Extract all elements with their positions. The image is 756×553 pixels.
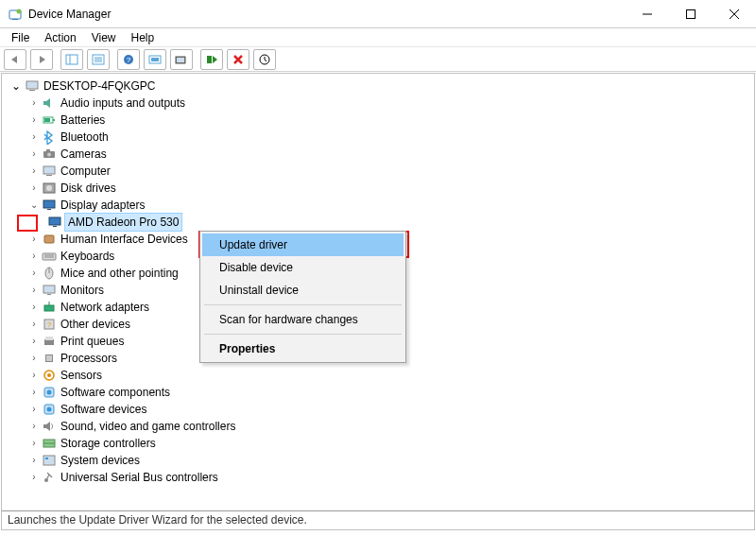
expand-arrow-icon[interactable]: › — [28, 180, 40, 197]
back-button[interactable] — [4, 49, 26, 70]
expand-arrow-icon[interactable]: › — [28, 299, 40, 316]
close-button[interactable] — [713, 0, 756, 27]
context-menu-item[interactable]: Uninstall device — [202, 279, 404, 302]
menu-help[interactable]: Help — [124, 29, 163, 46]
expand-arrow-icon[interactable]: › — [28, 282, 40, 299]
svg-point-54 — [47, 373, 51, 377]
properties-button[interactable] — [87, 49, 110, 70]
scan-button[interactable] — [144, 49, 166, 70]
tree-node[interactable]: ›Software components — [11, 384, 754, 401]
help-button[interactable]: ? — [117, 49, 140, 70]
tree-root-label: DESKTOP-4FQKGPC — [43, 78, 155, 95]
expand-arrow-icon[interactable]: › — [28, 350, 40, 367]
window-title: Device Manager — [28, 8, 626, 21]
computer-icon — [25, 78, 40, 94]
expand-arrow-icon[interactable]: › — [28, 435, 40, 452]
display-icon — [42, 198, 57, 213]
collapse-arrow-icon[interactable]: ⌄ — [28, 197, 40, 214]
cpu-icon — [42, 351, 57, 366]
expand-arrow-icon[interactable]: › — [28, 384, 40, 401]
expand-arrow-icon[interactable]: › — [28, 452, 40, 469]
update-button[interactable] — [170, 49, 193, 70]
expand-arrow-icon[interactable]: › — [28, 401, 40, 418]
svg-point-2 — [17, 9, 22, 13]
tree-node-label: Network adapters — [59, 299, 151, 316]
expand-arrow-icon[interactable]: › — [28, 112, 40, 129]
expand-arrow-icon[interactable]: › — [28, 469, 40, 486]
svg-rect-35 — [49, 217, 60, 225]
tree-root[interactable]: ⌄ DESKTOP-4FQKGPC — [11, 78, 754, 95]
device-tree-panel: ⌄ DESKTOP-4FQKGPC ›Audio inputs and outp… — [1, 73, 755, 530]
svg-rect-50 — [45, 337, 53, 340]
enable-button[interactable] — [200, 49, 223, 70]
tree-node[interactable]: ›System devices — [11, 452, 754, 469]
tree-node[interactable]: ›Sensors — [11, 367, 754, 384]
expand-arrow-icon[interactable]: › — [28, 95, 40, 112]
tree-node[interactable]: ›Batteries — [11, 112, 754, 129]
forward-button[interactable] — [30, 49, 53, 70]
hid-icon — [42, 232, 57, 247]
menu-separator — [204, 334, 402, 335]
tree-node[interactable]: ›Computer — [11, 163, 754, 180]
display-icon — [47, 215, 62, 230]
tree-node[interactable]: ›Disk drives — [11, 180, 754, 197]
tree-node[interactable]: AMD Radeon Pro 530 — [11, 214, 754, 231]
expand-arrow-icon[interactable]: › — [28, 163, 40, 180]
tree-node[interactable]: ›Software devices — [11, 401, 754, 418]
svg-rect-18 — [177, 58, 184, 62]
menu-view[interactable]: View — [84, 29, 124, 46]
expand-arrow-icon[interactable]: › — [28, 146, 40, 163]
tree-node-label: System devices — [59, 452, 142, 469]
svg-rect-34 — [47, 209, 51, 210]
tree-node-label: Software devices — [59, 401, 148, 418]
tree-node[interactable]: ›Sound, video and game controllers — [11, 418, 754, 435]
tree-node[interactable]: ⌄Display adapters — [11, 197, 754, 214]
menu-action[interactable]: Action — [37, 29, 83, 46]
tree-node-label: Computer — [59, 163, 112, 180]
svg-rect-61 — [43, 456, 55, 465]
context-menu-item[interactable]: Update driver — [202, 233, 404, 256]
monitor-icon — [42, 283, 57, 298]
svg-rect-52 — [46, 355, 52, 361]
scan-hardware-button[interactable] — [253, 49, 276, 70]
expand-arrow-icon[interactable]: › — [28, 129, 40, 146]
app-icon — [8, 7, 23, 22]
tree-node[interactable]: ›Audio inputs and outputs — [11, 95, 754, 112]
minimize-button[interactable] — [626, 0, 669, 27]
tree-node-label: Mice and other pointing — [59, 265, 180, 282]
expand-arrow-icon[interactable]: › — [28, 333, 40, 350]
svg-point-27 — [47, 153, 51, 157]
maximize-button[interactable] — [669, 0, 713, 27]
show-hide-button[interactable] — [60, 49, 83, 70]
camera-icon — [42, 147, 57, 162]
expand-arrow-icon[interactable]: ⌄ — [11, 78, 21, 95]
context-menu-item[interactable]: Properties — [202, 337, 404, 360]
expand-arrow-icon[interactable]: › — [28, 418, 40, 435]
context-menu: Update driverDisable deviceUninstall dev… — [199, 231, 406, 363]
expand-arrow-icon[interactable]: › — [28, 248, 40, 265]
tree-node-label: Processors — [59, 350, 119, 367]
menu-file[interactable]: File — [4, 29, 37, 46]
computer-icon — [42, 164, 57, 179]
tree-node-label: Bluetooth — [59, 129, 111, 146]
tree-node-label: Monitors — [59, 282, 106, 299]
svg-point-56 — [47, 390, 52, 395]
expand-arrow-icon[interactable]: › — [28, 265, 40, 282]
context-menu-item[interactable]: Disable device — [202, 256, 404, 279]
svg-rect-22 — [29, 90, 35, 91]
svg-rect-36 — [53, 226, 57, 227]
svg-rect-19 — [207, 56, 212, 63]
tree-node[interactable]: ›Cameras — [11, 146, 754, 163]
svg-rect-37 — [44, 235, 54, 243]
svg-rect-28 — [46, 149, 50, 151]
tree-node[interactable]: ›Universal Serial Bus controllers — [11, 469, 754, 486]
expand-arrow-icon[interactable]: › — [28, 231, 40, 248]
mouse-icon — [42, 266, 57, 281]
uninstall-button[interactable] — [227, 49, 249, 70]
tree-node-label: Cameras — [59, 146, 109, 163]
tree-node[interactable]: ›Storage controllers — [11, 435, 754, 452]
expand-arrow-icon[interactable]: › — [28, 367, 40, 384]
context-menu-item[interactable]: Scan for hardware changes — [202, 308, 404, 331]
tree-node[interactable]: ›Bluetooth — [11, 129, 754, 146]
expand-arrow-icon[interactable]: › — [28, 316, 40, 333]
